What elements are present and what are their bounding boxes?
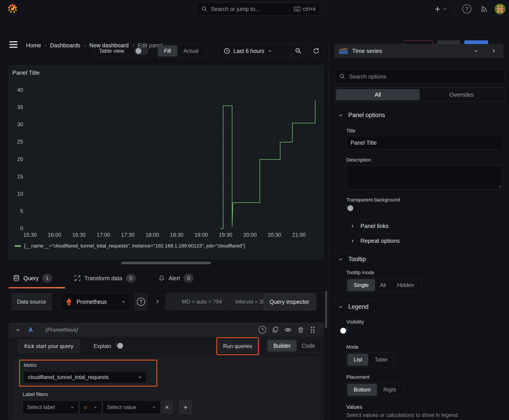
x-axis-tick: 17:30: [116, 232, 140, 238]
label-filter-row: Select label = Select value +: [23, 400, 192, 414]
builder-option[interactable]: Builder: [267, 340, 297, 352]
legend-mode-list[interactable]: List: [347, 354, 368, 366]
refresh-button[interactable]: [309, 44, 323, 58]
collapse-query-icon[interactable]: [15, 327, 21, 333]
breadcrumb-home[interactable]: Home: [26, 42, 41, 49]
grafana-logo-icon[interactable]: [7, 3, 18, 15]
topnav-divider: [455, 4, 455, 14]
global-search[interactable]: Search or jump to... ctrl+k: [197, 2, 320, 15]
section-divider: [331, 252, 509, 252]
chevron-down-icon: [93, 405, 98, 409]
operator-dropdown[interactable]: =: [79, 400, 102, 414]
actual-option[interactable]: Actual: [177, 45, 205, 57]
new-menu[interactable]: +: [435, 4, 447, 14]
panel-options-title: Panel options: [348, 112, 385, 119]
chevron-down-icon: [338, 304, 343, 310]
tab-query[interactable]: Query 1: [13, 274, 52, 283]
legend-header[interactable]: Legend: [338, 303, 369, 310]
chevron-down-icon: [338, 257, 343, 262]
fill-option[interactable]: Fill: [158, 45, 177, 57]
datasource-help-button[interactable]: ?: [135, 293, 147, 310]
legend-placement-label: Placement: [346, 374, 370, 380]
panel-links-section[interactable]: Panel links: [350, 223, 389, 230]
select-label-dropdown[interactable]: Select label: [23, 400, 79, 414]
keyboard-icon: [294, 6, 301, 12]
collapse-options-button[interactable]: [484, 48, 503, 54]
series-label[interactable]: {__name__="cloudflared_tunnel_total_requ…: [24, 243, 245, 249]
tab-overrides[interactable]: Overrides: [420, 89, 503, 100]
chevron-down-icon: [267, 48, 273, 53]
datasource-picker[interactable]: Prometheus: [61, 293, 130, 310]
pane-resize-handle[interactable]: [121, 262, 211, 264]
resize-handle-icon[interactable]: [498, 184, 501, 188]
remove-filter-button[interactable]: [161, 400, 173, 414]
tab-all[interactable]: All: [336, 89, 420, 100]
help-icon[interactable]: ?: [462, 5, 471, 14]
repeat-options-section[interactable]: Repeat options: [350, 237, 400, 244]
select-value-dropdown[interactable]: Select value: [103, 400, 160, 414]
kickstart-query-button[interactable]: Kick start your query: [18, 339, 79, 353]
tab-alert[interactable]: Alert 0: [158, 274, 193, 283]
description-textarea[interactable]: [346, 165, 503, 190]
explain-toggle[interactable]: [116, 342, 116, 346]
y-axis-tick: 20: [10, 156, 23, 162]
news-rss-icon[interactable]: [480, 5, 489, 14]
bell-icon: [158, 275, 165, 282]
legend-visibility-toggle[interactable]: [347, 327, 347, 331]
y-axis: 0510152025303540: [9, 65, 23, 236]
refresh-icon: [313, 48, 319, 54]
zoom-out-button[interactable]: [291, 47, 306, 54]
title-input[interactable]: Panel Title: [346, 136, 503, 150]
operator-value: =: [84, 404, 93, 411]
tooltip-mode-switch: Single All Hidden: [346, 278, 421, 292]
fill-actual-switch: Fill Actual: [157, 44, 206, 58]
help-circle-icon: ?: [137, 298, 145, 306]
hide-query-icon[interactable]: [284, 326, 292, 334]
duplicate-query-icon[interactable]: [272, 326, 279, 333]
legend-mode-table[interactable]: Table: [368, 354, 394, 366]
query-inspector-button[interactable]: Query inspector: [264, 293, 315, 310]
y-axis-tick: 5: [10, 208, 23, 214]
table-view-toggle[interactable]: [134, 47, 148, 55]
run-queries-button[interactable]: Run queries: [218, 340, 257, 353]
legend-placement-bottom[interactable]: Bottom: [347, 384, 377, 396]
top-nav: Search or jump to... ctrl+k + ?: [0, 0, 509, 18]
table-view-label: Table view: [99, 48, 124, 54]
y-axis-tick: 10: [10, 191, 23, 197]
panel-options-header[interactable]: Panel options: [338, 112, 385, 119]
transparent-bg-label: Transparent background: [346, 197, 400, 203]
title-input-value: Panel Title: [350, 140, 377, 146]
breadcrumb-dashboards[interactable]: Dashboards: [50, 42, 80, 49]
expand-options-icon[interactable]: [154, 298, 161, 305]
delete-query-icon[interactable]: [297, 326, 304, 333]
legend-placement-right[interactable]: Right: [377, 384, 402, 396]
series-swatch[interactable]: [15, 245, 21, 247]
time-range-picker[interactable]: Last 6 hours: [219, 48, 291, 54]
tab-query-label: Query: [23, 275, 38, 282]
code-option[interactable]: Code: [297, 340, 320, 352]
query-help-icon[interactable]: ?: [258, 326, 266, 334]
visualization-picker[interactable]: Time series: [334, 44, 503, 58]
tooltip-mode-single[interactable]: Single: [347, 279, 375, 291]
x-axis: 15:3016:0016:3017:0017:3018:0018:3019:00…: [9, 232, 324, 239]
avatar[interactable]: [495, 4, 505, 14]
scrollbar[interactable]: [325, 291, 327, 329]
legend-title: Legend: [348, 303, 369, 310]
menu-toggle-icon[interactable]: [9, 41, 17, 48]
interval-stat: Interval = 30s: [236, 299, 268, 305]
tooltip-mode-all[interactable]: All: [375, 279, 391, 291]
tab-transform[interactable]: Transform data 0: [74, 274, 136, 283]
time-series-chart[interactable]: [9, 65, 324, 236]
transparent-bg-toggle[interactable]: [346, 204, 347, 209]
x-axis-tick: 18:30: [165, 232, 189, 238]
query-row-header[interactable]: A (Prometheus) ?: [9, 323, 324, 337]
tooltip-mode-hidden[interactable]: Hidden: [391, 279, 420, 291]
x-axis-tick: 17:00: [91, 232, 116, 238]
options-search-input[interactable]: Search options: [335, 69, 504, 83]
drag-handle-icon[interactable]: [310, 326, 316, 334]
add-filter-button[interactable]: +: [179, 400, 192, 414]
pane-divider[interactable]: [328, 38, 328, 420]
metric-select[interactable]: cloudflared_tunnel_total_requests: [23, 371, 146, 383]
tooltip-header[interactable]: Tooltip: [338, 256, 366, 263]
query-ref-id[interactable]: A: [29, 326, 33, 333]
